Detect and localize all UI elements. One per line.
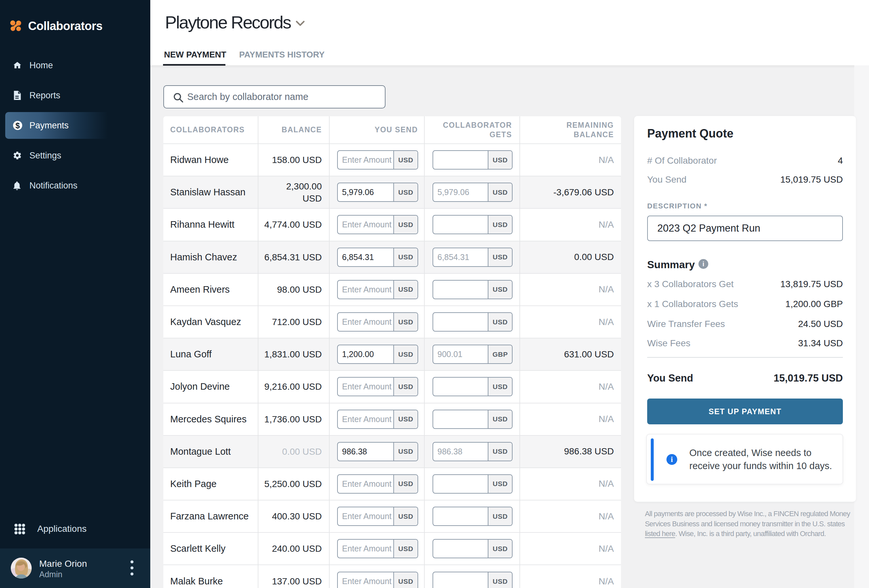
svg-text:$: $	[15, 121, 20, 130]
